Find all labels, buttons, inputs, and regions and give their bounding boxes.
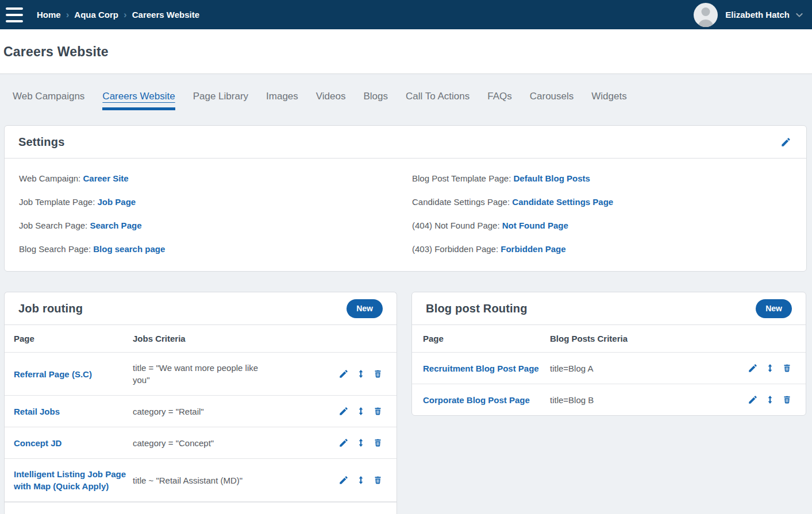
pencil-icon (780, 137, 791, 148)
user-menu[interactable]: Elizabeth Hatch (694, 3, 804, 27)
delete-icon[interactable] (781, 393, 793, 406)
blog-routing-new-button[interactable]: New (756, 299, 792, 318)
job-criteria: category = "Retail" (133, 405, 268, 418)
delete-icon[interactable] (372, 405, 384, 418)
row-actions (337, 368, 397, 380)
reorder-icon[interactable] (355, 436, 367, 449)
job-routing-card: Job routing New Page Jobs Criteria Refer… (4, 292, 397, 514)
tab-images[interactable]: Images (266, 74, 298, 118)
column-header-blog-posts-criteria: Blog Posts Criteria (550, 333, 806, 345)
avatar (694, 3, 718, 27)
setting-candidate-settings-page: Candidate Settings Page: Candidate Setti… (412, 196, 792, 208)
edit-icon[interactable] (746, 362, 759, 374)
settings-left-column: Web Campaign: Career Site Job Template P… (19, 172, 412, 255)
job-search-page-link[interactable]: Search Page (90, 221, 141, 230)
job-template-page-link[interactable]: Job Page (97, 197, 136, 207)
settings-header: Settings (5, 126, 806, 159)
job-page-link[interactable]: Retail Jobs (14, 407, 60, 416)
breadcrumb-separator-icon: › (66, 9, 70, 21)
setting-blog-search-page: Blog Search Page: Blog search page (19, 243, 412, 255)
table-row: Recruitment Blog Post Page title=Blog A (412, 353, 806, 384)
breadcrumb-separator-icon: › (124, 9, 127, 21)
page-header: Careers Website (0, 29, 812, 74)
column-header-jobs-criteria: Jobs Criteria (133, 333, 268, 345)
setting-web-campaign: Web Campaign: Career Site (19, 172, 412, 184)
blog-routing-header: Blog post Routing New (412, 292, 806, 325)
tab-bar: Web Campaigns Careers Website Page Libra… (0, 74, 812, 118)
person-icon (694, 3, 718, 27)
blog-post-template-page-link[interactable]: Default Blog Posts (514, 173, 590, 183)
tab-faqs[interactable]: FAQs (487, 74, 512, 118)
blog-criteria: title=Blog B (550, 394, 746, 406)
blog-routing-title: Blog post Routing (426, 302, 528, 315)
row-actions (337, 474, 397, 486)
job-page-link[interactable]: Concept JD (14, 438, 61, 448)
blog-criteria: title=Blog A (550, 362, 746, 374)
tab-careers-website[interactable]: Careers Website (102, 74, 175, 118)
tab-page-library[interactable]: Page Library (193, 74, 248, 118)
reorder-icon[interactable] (355, 474, 367, 486)
row-actions (337, 405, 397, 418)
setting-forbidden-page: (403) Forbidden Page: Forbidden Page (412, 243, 792, 255)
tab-blogs[interactable]: Blogs (363, 74, 388, 118)
job-routing-title: Job routing (18, 302, 83, 315)
edit-icon[interactable] (337, 405, 350, 418)
delete-icon[interactable] (781, 362, 793, 374)
edit-icon[interactable] (337, 436, 350, 449)
page-title: Careers Website (3, 44, 812, 60)
reorder-icon[interactable] (764, 362, 776, 374)
not-found-page-link[interactable]: Not Found Page (502, 221, 568, 230)
forbidden-page-link[interactable]: Forbidden Page (501, 244, 565, 254)
edit-icon[interactable] (337, 474, 350, 486)
table-row: Corporate Blog Post Page title=Blog B (412, 384, 806, 415)
job-page-link[interactable]: Referral Page (S.C) (14, 369, 92, 379)
row-actions (337, 436, 397, 449)
setting-job-template-page: Job Template Page: Job Page (19, 196, 412, 208)
delete-icon[interactable] (372, 368, 384, 380)
routing-section: Job routing New Page Jobs Criteria Refer… (4, 292, 806, 514)
web-campaign-link[interactable]: Career Site (83, 173, 128, 183)
top-bar: Home › Aqua Corp › Careers Website Eliza… (0, 0, 812, 29)
edit-icon[interactable] (746, 393, 759, 406)
job-criteria: title ~ "Retail Assistant (MD)" (133, 474, 268, 486)
tab-carousels[interactable]: Carousels (530, 74, 574, 118)
setting-not-found-page: (404) Not Found Page: Not Found Page (412, 219, 792, 231)
blog-search-page-link[interactable]: Blog search page (93, 244, 165, 254)
table-row (5, 502, 397, 514)
reorder-icon[interactable] (355, 368, 367, 380)
delete-icon[interactable] (372, 436, 384, 449)
breadcrumb-home[interactable]: Home (37, 10, 61, 20)
candidate-settings-page-link[interactable]: Candidate Settings Page (512, 197, 613, 207)
blog-page-link[interactable]: Corporate Blog Post Page (423, 395, 530, 405)
table-row: Referral Page (S.C) title = "We want mor… (5, 353, 397, 396)
tab-widgets[interactable]: Widgets (591, 74, 626, 118)
breadcrumb: Home › Aqua Corp › Careers Website (37, 9, 199, 21)
reorder-icon[interactable] (355, 405, 367, 418)
settings-card: Settings Web Campaign: Career Site Job T… (4, 125, 807, 272)
job-page-link[interactable]: Intelligent Listing Job Page with Map (Q… (14, 469, 126, 491)
blog-table-header: Page Blog Posts Criteria (412, 325, 806, 353)
table-row: Concept JD category = "Concept" (5, 427, 397, 459)
edit-icon[interactable] (337, 368, 350, 380)
job-routing-new-button[interactable]: New (347, 299, 383, 318)
column-header-page: Page (412, 333, 550, 345)
row-actions (746, 362, 806, 374)
breadcrumb-careers-website[interactable]: Careers Website (132, 10, 199, 20)
hamburger-menu-icon[interactable] (6, 7, 24, 22)
column-header-page: Page (5, 333, 133, 345)
settings-title: Settings (18, 136, 65, 149)
setting-job-search-page: Job Search Page: Search Page (19, 219, 412, 231)
tab-call-to-actions[interactable]: Call To Actions (406, 74, 470, 118)
job-routing-table: Page Jobs Criteria Referral Page (S.C) t… (5, 325, 397, 514)
user-name: Elizabeth Hatch (725, 10, 790, 20)
job-routing-header: Job routing New (5, 292, 397, 325)
reorder-icon[interactable] (764, 393, 776, 406)
job-criteria: category = "Concept" (133, 437, 268, 449)
breadcrumb-aqua-corp[interactable]: Aqua Corp (74, 10, 118, 20)
tab-web-campaigns[interactable]: Web Campaigns (13, 74, 84, 118)
tab-videos[interactable]: Videos (316, 74, 346, 118)
blog-page-link[interactable]: Recruitment Blog Post Page (423, 364, 539, 373)
delete-icon[interactable] (372, 474, 384, 486)
edit-settings-button[interactable] (779, 136, 792, 149)
blog-routing-table: Page Blog Posts Criteria Recruitment Blo… (412, 325, 806, 415)
